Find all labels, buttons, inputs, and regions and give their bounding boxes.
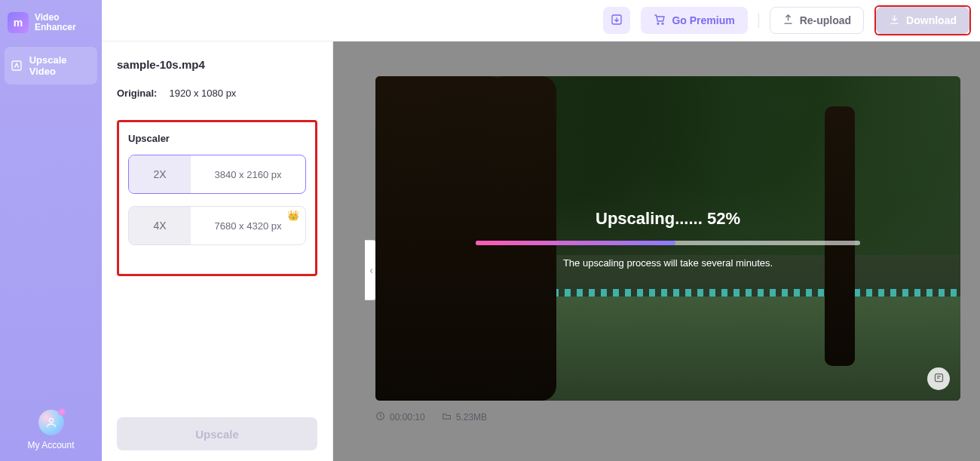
upscale-option-2x[interactable]: 2X 3840 x 2160 px bbox=[128, 155, 306, 194]
original-label: Original: bbox=[117, 88, 157, 99]
svg-point-3 bbox=[657, 23, 659, 24]
duration: 00:00:10 bbox=[375, 411, 425, 423]
chevron-left-icon: ‹ bbox=[369, 264, 373, 276]
svg-rect-0 bbox=[12, 61, 21, 70]
upscaler-section: Upscaler 2X 3840 x 2160 px 4X 7680 x 432… bbox=[117, 120, 317, 276]
upscale-option-4x[interactable]: 4X 7680 x 4320 px 👑 bbox=[128, 206, 306, 245]
settings-panel: sample-10s.mp4 Original: 1920 x 1080 px … bbox=[102, 41, 333, 461]
original-row: Original: 1920 x 1080 px bbox=[117, 88, 317, 99]
progress-bar bbox=[476, 241, 860, 245]
cart-icon bbox=[654, 14, 666, 28]
progress-fill bbox=[476, 241, 675, 245]
video-meta: 00:00:10 5.23MB bbox=[375, 411, 960, 423]
progress-subtitle: The upscaling process will take several … bbox=[563, 257, 773, 269]
upscaler-title: Upscaler bbox=[128, 133, 306, 144]
upload-icon bbox=[782, 14, 794, 27]
header-divider bbox=[758, 13, 759, 28]
brand-name: Video Enhancer bbox=[35, 13, 76, 32]
duration-value: 00:00:10 bbox=[390, 412, 425, 423]
import-button[interactable] bbox=[603, 7, 630, 34]
note-icon bbox=[933, 372, 945, 386]
folder-icon bbox=[442, 411, 452, 423]
video-preview: Upscaling...... 52% The upscaling proces… bbox=[375, 76, 960, 401]
filesize: 5.23MB bbox=[442, 411, 487, 423]
go-premium-button[interactable]: Go Premium bbox=[641, 7, 747, 34]
sidebar-item-upscale-video[interactable]: Upscale Video bbox=[5, 47, 97, 85]
upscale-multiplier: 4X bbox=[129, 207, 191, 244]
download-button[interactable]: Download bbox=[876, 7, 969, 34]
filesize-value: 5.23MB bbox=[456, 412, 487, 423]
svg-point-1 bbox=[49, 419, 53, 423]
account-section[interactable]: My Account bbox=[0, 410, 102, 450]
svg-point-4 bbox=[662, 23, 663, 24]
progress-title: Upscaling...... 52% bbox=[596, 209, 740, 229]
upscale-icon bbox=[11, 59, 23, 72]
import-icon bbox=[611, 14, 623, 28]
account-label: My Account bbox=[0, 440, 102, 450]
reupload-button[interactable]: Re-upload bbox=[770, 7, 864, 34]
reupload-label: Re-upload bbox=[800, 14, 851, 26]
avatar bbox=[38, 410, 64, 435]
feedback-button[interactable] bbox=[927, 367, 950, 390]
brand: m Video Enhancer bbox=[5, 9, 97, 47]
sidebar: m Video Enhancer Upscale Video My Accoun… bbox=[0, 0, 102, 461]
progress-overlay: Upscaling...... 52% The upscaling proces… bbox=[375, 76, 960, 401]
download-label: Download bbox=[906, 14, 957, 26]
preview-area: ‹ Upscaling...... 52% The upscaling pr bbox=[333, 41, 980, 461]
upscale-resolution: 3840 x 2160 px bbox=[191, 155, 305, 193]
crown-icon: 👑 bbox=[287, 210, 299, 221]
clock-icon bbox=[375, 411, 385, 423]
original-dimensions: 1920 x 1080 px bbox=[169, 88, 236, 99]
sidebar-item-label: Upscale Video bbox=[29, 54, 91, 77]
go-premium-label: Go Premium bbox=[672, 14, 734, 26]
upscale-multiplier: 2X bbox=[129, 155, 191, 193]
filename: sample-10s.mp4 bbox=[117, 58, 317, 71]
brand-logo: m bbox=[8, 12, 29, 33]
upscale-button[interactable]: Upscale bbox=[117, 417, 317, 450]
download-highlight: Download bbox=[874, 5, 971, 35]
download-icon bbox=[889, 14, 900, 27]
header: Go Premium Re-upload Download bbox=[102, 0, 980, 41]
